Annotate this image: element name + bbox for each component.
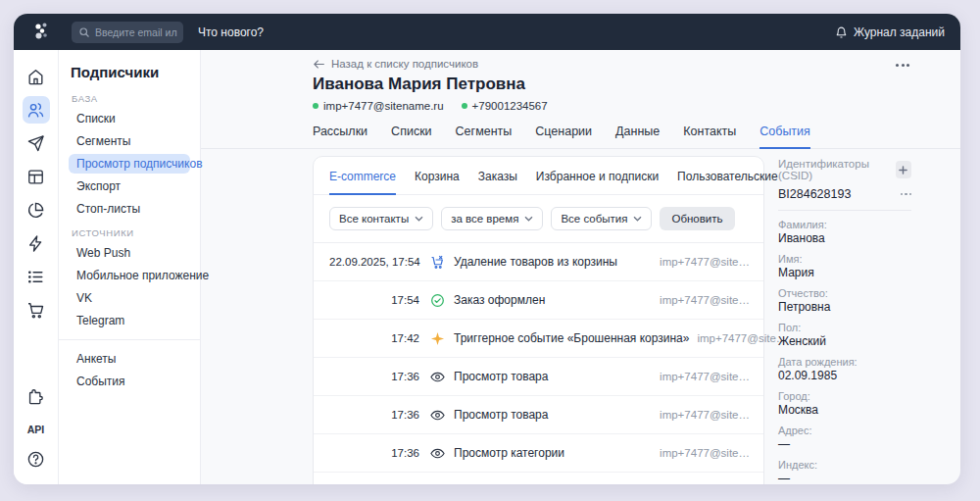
automation-zap-icon[interactable] (23, 229, 50, 257)
subscribers-icon[interactable] (23, 96, 50, 124)
contacts-filter-dropdown[interactable]: Все контакты (329, 207, 433, 230)
sidebar-item-export[interactable]: Экспорт (69, 176, 190, 196)
tab-ecommerce[interactable]: E-commerce (329, 170, 396, 195)
sidebar-section-base: БАЗА (72, 93, 187, 104)
event-datetime: 17:36 (329, 371, 419, 382)
tab-custom[interactable]: Пользовательские (677, 170, 778, 194)
field-value: — (778, 438, 911, 451)
field-label: Пол: (778, 322, 911, 333)
event-title: Просмотр товара (454, 408, 548, 422)
field-label: Имя: (778, 253, 911, 265)
field-label: Индекс: (778, 459, 911, 471)
page-title: Иванова Мария Петровна (313, 75, 911, 94)
sidebar-item-webpush[interactable]: Web Push (69, 243, 190, 263)
main-area: Назад к списку подписчиков Иванова Мария… (201, 50, 960, 484)
cart-remove-icon (430, 254, 446, 270)
help-icon[interactable] (23, 445, 50, 473)
add-identifier-button[interactable] (896, 161, 911, 178)
event-row[interactable]: 17:36 Просмотр товара imp+7477@site… (314, 396, 763, 434)
email-value: imp+7477@sitename.ru (323, 100, 444, 112)
filters-row: Все контакты за все время Все события Об… (314, 195, 763, 243)
field-value: Москва (778, 404, 911, 417)
profile-field: Город: Москва (778, 390, 911, 417)
plus-icon (899, 166, 907, 175)
event-type-filter-label: Все события (561, 213, 627, 225)
field-label: Дата рождения: (778, 356, 911, 368)
profile-field: Пол: Женский (778, 322, 911, 348)
sidebar-item-segments[interactable]: Сегменты (69, 131, 190, 151)
arrow-left-icon (313, 59, 325, 70)
field-value: 02.09.1985 (778, 370, 911, 382)
statistics-pie-icon[interactable] (23, 196, 50, 224)
profile-field: Имя: Мария (778, 253, 911, 279)
sidebar-item-mobile-app[interactable]: Мобильное приложение (69, 266, 190, 285)
header-kebab-menu[interactable] (896, 64, 909, 67)
layout-icon[interactable] (23, 163, 50, 190)
content-area: E-commerce Корзина Заказы Избранное и по… (201, 149, 960, 439)
period-filter-dropdown[interactable]: за все время (441, 207, 543, 230)
logo[interactable] (29, 21, 55, 44)
event-contact: imp+7477@site… (652, 256, 750, 268)
tasks-journal-button[interactable]: Журнал заданий (835, 25, 945, 39)
event-row[interactable]: 22.09.2025, 17:54 Удаление товаров из ко… (314, 243, 763, 281)
event-datetime: 17:54 (329, 294, 419, 306)
store-cart-icon[interactable] (23, 296, 50, 324)
tab-events[interactable]: События (760, 125, 810, 149)
event-type-filter-dropdown[interactable]: Все события (551, 207, 652, 230)
tab-cart[interactable]: Корзина (415, 170, 460, 194)
campaigns-send-icon[interactable] (23, 129, 50, 157)
event-row[interactable]: 17:35 Удаление товаров из корзины imp+74… (314, 473, 763, 484)
tab-orders[interactable]: Заказы (478, 170, 517, 194)
profile-field: Индекс: — (778, 459, 911, 484)
whats-new-link[interactable]: Что нового? (198, 25, 264, 39)
event-row[interactable]: 17:54 Заказ оформлен imp+7477@site… (314, 281, 763, 320)
profile-field: Отчество: Петровна (778, 287, 911, 314)
sidebar-item-events[interactable]: События (69, 372, 190, 391)
field-value: Женский (778, 335, 911, 348)
lists-icon[interactable] (23, 263, 50, 290)
events-card: E-commerce Корзина Заказы Избранное и по… (313, 156, 764, 484)
sidebar-divider (59, 339, 200, 340)
event-title: Просмотр товара (454, 370, 548, 383)
email-chip: imp+7477@sitename.ru (313, 100, 444, 112)
api-link[interactable]: API (27, 424, 45, 435)
csid-value: BI284628193 (778, 187, 851, 201)
field-value: Иванова (778, 232, 911, 245)
back-link[interactable]: Назад к списку подписчиков (313, 58, 478, 70)
event-row[interactable]: 17:42 Триггерное событие «Брошенная корз… (314, 320, 763, 358)
status-dot-icon (313, 103, 318, 109)
integrations-puzzle-icon[interactable] (23, 382, 50, 410)
cart-remove-icon (430, 483, 446, 484)
tab-contacts[interactable]: Контакты (683, 125, 736, 148)
sidebar-title: Подписчики (71, 64, 188, 80)
tab-mailings[interactable]: Рассылки (313, 125, 368, 148)
tab-data[interactable]: Данные (615, 125, 660, 148)
subscriber-tabs: Рассылки Списки Сегменты Сценарии Данные… (201, 125, 960, 149)
csid-menu-button[interactable] (901, 189, 912, 200)
eye-icon (430, 369, 446, 384)
sidebar-item-lists[interactable]: Списки (69, 109, 190, 128)
sidebar-item-surveys[interactable]: Анкеты (69, 349, 190, 369)
field-label: Город: (778, 390, 911, 402)
tab-scenarios[interactable]: Сценарии (535, 125, 592, 148)
app-window: Что нового? Журнал заданий (14, 14, 960, 484)
status-dot-icon (462, 103, 467, 109)
sidebar-item-vk[interactable]: VK (69, 288, 190, 308)
sidebar-item-telegram[interactable]: Telegram (69, 311, 190, 330)
event-contact: imp+7477@site… (652, 447, 750, 459)
profile-field: Фамилия: Иванова (778, 219, 911, 245)
sidebar-item-stoplists[interactable]: Стоп-листы (69, 199, 190, 219)
refresh-button[interactable]: Обновить (660, 207, 734, 230)
event-row[interactable]: 17:36 Просмотр товара imp+7477@site… (314, 358, 763, 396)
field-value: — (778, 473, 911, 484)
period-filter-label: за все время (451, 213, 518, 225)
sidebar-item-view-subscribers[interactable]: Просмотр подписчиков (69, 154, 190, 174)
event-title: Триггерное событие «Брошенная корзина» (454, 331, 689, 345)
tab-segments[interactable]: Сегменты (456, 125, 513, 148)
event-contact: imp+7477@site… (652, 294, 750, 306)
tab-favorites[interactable]: Избранное и подписки (536, 170, 659, 194)
event-row[interactable]: 17:36 Просмотр категории imp+7477@site… (314, 434, 763, 473)
panel-divider (778, 210, 911, 211)
home-icon[interactable] (23, 63, 50, 90)
tab-lists[interactable]: Списки (391, 125, 431, 148)
